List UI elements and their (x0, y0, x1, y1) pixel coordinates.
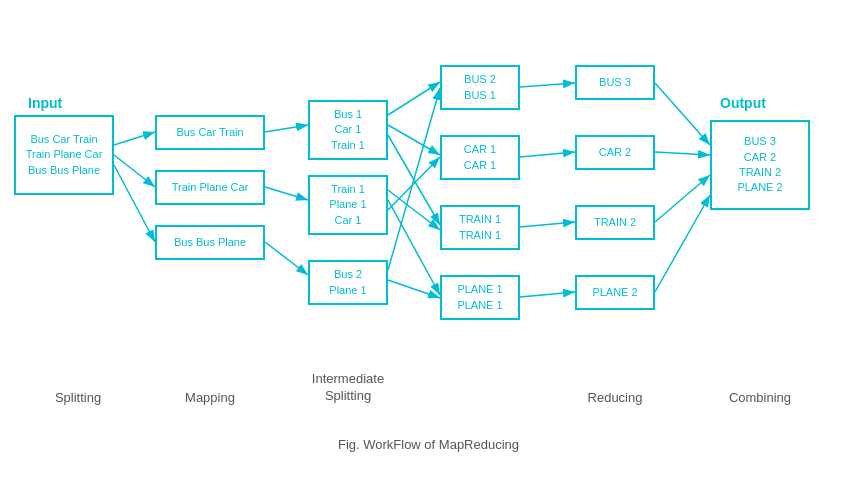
inter-box-2: CAR 1 CAR 1 (440, 135, 520, 180)
output-box: BUS 3 CAR 2 TRAIN 2 PLANE 2 (710, 120, 810, 210)
svg-line-18 (520, 292, 575, 297)
split-box-1: Bus 1 Car 1 Train 1 (308, 100, 388, 160)
intermediate-label: Intermediate Splitting (308, 371, 388, 405)
inter-box-4: PLANE 1 PLANE 1 (440, 275, 520, 320)
svg-line-4 (265, 125, 308, 132)
svg-line-7 (388, 82, 440, 115)
map-box-2: Train Plane Car (155, 170, 265, 205)
inter-box-3: TRAIN 1 TRAIN 1 (440, 205, 520, 250)
reduce-box-3: TRAIN 2 (575, 205, 655, 240)
mapping-label: Mapping (155, 390, 265, 405)
svg-line-1 (114, 132, 155, 145)
combining-label: Combining (710, 390, 810, 405)
svg-line-5 (265, 187, 308, 200)
svg-line-8 (388, 125, 440, 155)
input-title: Input (28, 95, 62, 111)
input-box: Bus Car Train Train Plane Car Bus Bus Pl… (14, 115, 114, 195)
svg-line-2 (114, 155, 155, 187)
svg-line-19 (655, 83, 710, 145)
map-box-3: Bus Bus Plane (155, 225, 265, 260)
map-box-1: Bus Car Train (155, 115, 265, 150)
splitting-label: Splitting (28, 390, 128, 405)
svg-line-22 (655, 195, 710, 292)
svg-line-11 (388, 200, 440, 295)
svg-line-9 (388, 135, 440, 225)
reduce-box-1: BUS 3 (575, 65, 655, 100)
fig-caption: Fig. WorkFlow of MapReducing (0, 437, 857, 452)
svg-line-21 (655, 175, 710, 222)
svg-line-20 (655, 152, 710, 155)
svg-line-3 (114, 165, 155, 242)
svg-line-10 (388, 190, 440, 230)
inter-box-1: BUS 2 BUS 1 (440, 65, 520, 110)
svg-line-14 (388, 280, 440, 298)
reduce-box-4: PLANE 2 (575, 275, 655, 310)
split-box-2: Train 1 Plane 1 Car 1 (308, 175, 388, 235)
output-title: Output (720, 95, 766, 111)
svg-line-15 (520, 83, 575, 87)
svg-line-17 (520, 222, 575, 227)
svg-line-6 (265, 242, 308, 275)
reducing-label: Reducing (575, 390, 655, 405)
split-box-3: Bus 2 Plane 1 (308, 260, 388, 305)
svg-line-13 (388, 88, 440, 270)
svg-line-16 (520, 152, 575, 157)
svg-line-12 (388, 157, 440, 210)
reduce-box-2: CAR 2 (575, 135, 655, 170)
